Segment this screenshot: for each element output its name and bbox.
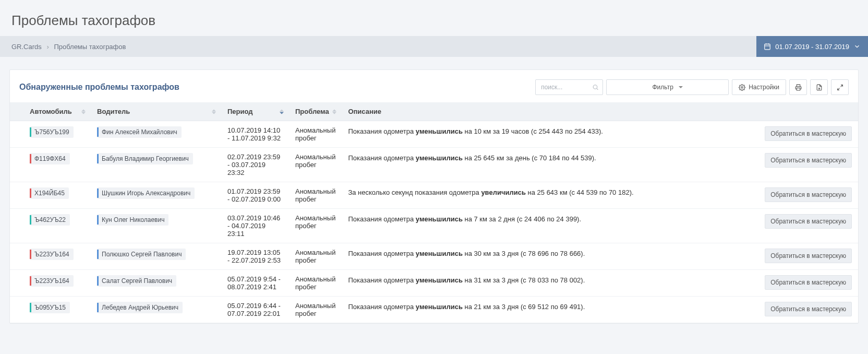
settings-button[interactable]: Настройки [732,79,786,95]
contact-workshop-button[interactable]: Обратиться в мастерскую [765,153,852,168]
vehicle-label: Ф119ФХ64 [34,155,66,162]
description-cell: Показания одометра уменьшились на 30 км … [342,243,758,270]
contact-workshop-button[interactable]: Обратиться в мастерскую [765,302,852,316]
vehicle-label: Ъ223УЪ164 [34,277,69,285]
vehicle-badge[interactable]: Ф119ФХ64 [30,153,70,164]
driver-label: Лебедев Андрей Юрьевич [102,304,178,311]
period-cell: 05.07.2019 9:54 - 08.07.2019 2:41 [221,270,289,297]
driver-label: Полюшко Сергей Павлович [102,251,182,258]
problem-cell: Аномальный пробег [289,182,342,209]
problem-cell: Аномальный пробег [289,121,342,148]
table-row: Х194ЙБ45 Шушкин Игорь Александрович 01.0… [10,182,858,209]
date-range-picker[interactable]: 01.07.2019 - 31.07.2019 [756,36,868,57]
period-cell: 02.07.2019 23:59 - 03.07.2019 23:32 [221,148,289,182]
driver-badge[interactable]: Шушкин Игорь Александрович [97,187,195,199]
driver-label: Кун Олег Николаевич [102,216,164,223]
svg-point-6 [741,86,743,88]
svg-point-4 [593,85,597,89]
driver-badge[interactable]: Фин Алексей Михайлович [97,126,182,138]
problem-cell: Аномальный пробег [289,209,342,243]
vehicle-label: Ъ756УЪ199 [34,128,69,136]
date-range-label: 01.07.2019 - 31.07.2019 [775,43,849,51]
driver-label: Шушкин Игорь Александрович [102,190,190,197]
svg-line-8 [840,85,842,87]
problem-cell: Аномальный пробег [289,243,342,270]
description-cell: Показания одометра уменьшились на 25 645… [342,148,758,182]
description-cell: Показания одометра уменьшились на 31 км … [342,270,758,297]
period-cell: 19.07.2019 13:05 - 22.07.2019 2:53 [221,243,289,270]
problem-cell: Аномальный пробег [289,270,342,297]
contact-workshop-button[interactable]: Обратиться в мастерскую [765,275,852,290]
col-driver[interactable]: Водитель [91,102,221,121]
vehicle-badge[interactable]: Ъ223УЪ164 [30,275,74,287]
vehicle-badge[interactable]: Ъ095УЪ15 [30,302,70,313]
vehicle-label: Ъ223УЪ164 [34,251,69,258]
print-icon [795,84,802,91]
breadcrumb-current: Проблемы тахографов [54,43,126,51]
period-cell: 01.07.2019 23:59 - 02.07.2019 0:00 [221,182,289,209]
driver-badge[interactable]: Кун Олег Николаевич [97,214,168,226]
table-row: Ъ095УЪ15 Лебедев Андрей Юрьевич 05.07.20… [10,297,858,323]
problem-cell: Аномальный пробег [289,297,342,323]
excel-icon [816,84,823,91]
contact-workshop-button[interactable]: Обратиться в мастерскую [765,126,852,141]
col-period[interactable]: Период [221,102,289,121]
contact-workshop-button[interactable]: Обратиться в мастерскую [765,214,852,229]
breadcrumb-root[interactable]: GR.Cards [11,43,42,51]
table-row: Ф119ФХ64 Бабуля Владимир Георгиевич 02.0… [10,148,858,182]
sort-icon [332,109,336,114]
filter-button[interactable]: Фильтр [606,79,729,95]
panel-title: Обнаруженные проблемы тахографов [19,82,179,92]
problems-table: Автомобиль Водитель Период Проблема Опис… [10,102,858,323]
sort-icon [81,109,86,114]
vehicle-label: Х194ЙБ45 [34,190,65,197]
driver-badge[interactable]: Салат Сергей Павлович [97,275,176,287]
problem-cell: Аномальный пробег [289,148,342,182]
problems-panel: Обнаруженные проблемы тахографов Фильтр … [9,69,859,324]
print-button[interactable] [789,79,807,95]
period-cell: 10.07.2019 14:10 - 11.07.2019 9:32 [221,121,289,148]
period-cell: 05.07.2019 6:44 - 07.07.2019 22:01 [221,297,289,323]
search-icon [592,84,599,91]
page-title: Проблемы тахографов [0,0,868,36]
vehicle-badge[interactable]: Х194ЙБ45 [30,187,69,199]
period-cell: 03.07.2019 10:46 - 04.07.2019 23:11 [221,209,289,243]
contact-workshop-button[interactable]: Обратиться в мастерскую [765,187,852,202]
col-problem[interactable]: Проблема [289,102,342,121]
table-row: Ъ223УЪ164 Полюшко Сергей Павлович 19.07.… [10,243,858,270]
toolbar: Фильтр Настройки [535,79,849,95]
expand-icon [837,84,843,91]
export-excel-button[interactable] [810,79,828,95]
sort-icon [280,109,284,114]
driver-badge[interactable]: Лебедев Андрей Юрьевич [97,302,183,313]
driver-label: Салат Сергей Павлович [102,277,172,285]
fullscreen-button[interactable] [831,79,849,95]
description-cell: Показания одометра уменьшились на 10 км … [342,121,758,148]
table-row: Ъ462УЪ22 Кун Олег Николаевич 03.07.2019 … [10,209,858,243]
col-vehicle[interactable]: Автомобиль [10,102,91,121]
driver-badge[interactable]: Полюшко Сергей Павлович [97,249,186,260]
chevron-down-icon [679,86,683,88]
svg-rect-0 [765,44,770,50]
svg-line-9 [837,88,839,90]
driver-badge[interactable]: Бабуля Владимир Георгиевич [97,153,193,164]
vehicle-badge[interactable]: Ъ756УЪ199 [30,126,74,138]
driver-label: Бабуля Владимир Георгиевич [102,155,189,162]
gear-icon [739,84,745,91]
sort-icon [212,109,216,114]
description-cell: Показания одометра уменьшились на 21 км … [342,297,758,323]
vehicle-badge[interactable]: Ъ223УЪ164 [30,249,74,260]
table-row: Ъ223УЪ164 Салат Сергей Павлович 05.07.20… [10,270,858,297]
description-cell: Показания одометра уменьшились на 7 км з… [342,209,758,243]
settings-label: Настройки [749,84,779,91]
vehicle-label: Ъ462УЪ22 [34,216,66,223]
svg-rect-7 [797,88,800,90]
svg-line-5 [597,89,598,90]
chevron-down-icon [853,43,861,50]
contact-workshop-button[interactable]: Обратиться в мастерскую [765,249,852,263]
col-description[interactable]: Описание [342,102,758,121]
filter-label: Фильтр [653,84,673,91]
breadcrumb: GR.Cards › Проблемы тахографов [11,43,126,51]
vehicle-badge[interactable]: Ъ462УЪ22 [30,214,70,226]
calendar-icon [764,43,771,50]
